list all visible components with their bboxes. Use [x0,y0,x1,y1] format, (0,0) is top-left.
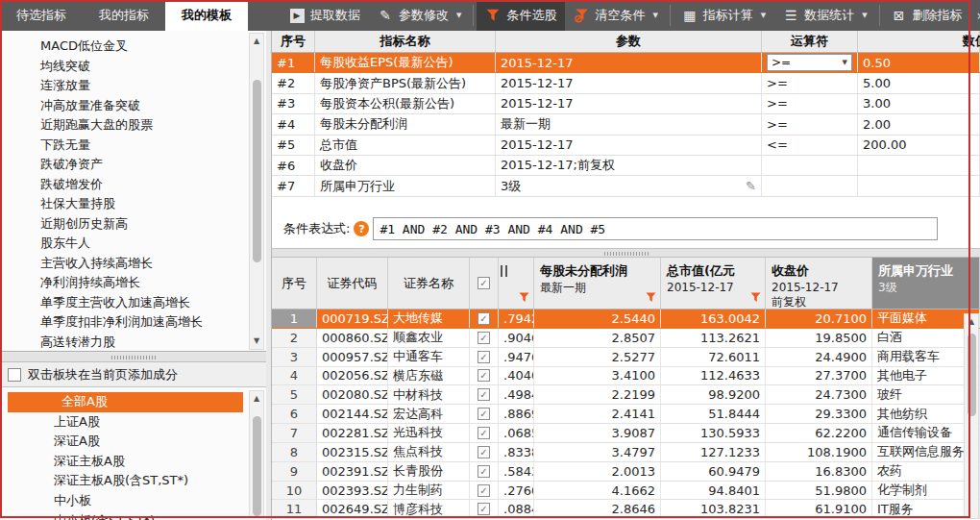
criteria-param[interactable]: 2015-12-17 [496,53,762,72]
criteria-operator[interactable]: >= [762,94,858,113]
toolbar-button-清空条件[interactable]: 清空条件▼ [565,0,666,31]
tab-待选指标[interactable]: 待选指标 [0,0,83,31]
splitter-handle[interactable] [111,356,156,359]
row-checkbox[interactable]: ✓ [478,446,490,458]
template-item[interactable]: 单季度主营收入加速高增长 [0,293,266,313]
scroll-down-icon[interactable]: ▼ [250,334,263,348]
scroll-up-icon[interactable]: ▲ [250,392,263,406]
scroll-up-icon[interactable]: ▲ [250,35,263,48]
criteria-value[interactable]: 200.00 [858,136,980,155]
criteria-row[interactable]: #6收盘价2015-12-17;前复权 [272,156,980,176]
toolbar-button-参数修改[interactable]: ✎参数修改▼ [369,0,470,31]
board-item[interactable]: 深证A股 [0,432,266,452]
chevron-down-icon[interactable]: ▼ [456,12,461,19]
row-checkbox[interactable]: ✓ [478,388,490,401]
toolbar-button-删除指标[interactable]: ⊠删除指标 [883,0,971,31]
template-item[interactable]: 净利润持续高增长 [0,273,266,293]
template-item[interactable]: MACD低位金叉 [0,37,266,57]
criteria-value[interactable] [858,156,980,175]
template-list-scrollbar[interactable]: ▲ ▼ [249,33,264,350]
template-item[interactable]: 主营收入持续高增长 [0,254,266,274]
criteria-param[interactable]: 2015-12-17 [496,73,762,92]
criteria-operator[interactable] [762,156,858,175]
result-row[interactable]: 3000957.SZ中通客车✓.94762.527772.601124.4900… [272,348,980,367]
criteria-param[interactable]: 最新一期 [496,114,762,134]
chevron-down-icon[interactable]: ▼ [652,12,657,19]
row-checkbox[interactable]: ✓ [478,351,490,363]
scrollbar-thumb[interactable] [253,80,261,262]
criteria-value[interactable] [858,176,980,195]
board-item[interactable]: 深证主板A股(含ST,ST*) [0,471,266,491]
toolbar-button-指标计算[interactable]: ▦指标计算▼ [674,0,774,31]
criteria-row[interactable]: #1每股收益EPS(最新公告)2015-12-17>=▼0.50 [272,53,980,73]
toolbar-button-提取数据[interactable]: ▶提取数据 [281,0,369,31]
template-item[interactable]: 近期创历史新高 [0,214,266,235]
expression-input[interactable] [373,217,938,240]
board-item[interactable]: 深证主板A股 [0,452,266,472]
template-item[interactable]: 跌破增发价 [0,175,266,195]
criteria-value[interactable]: 3.00 [858,94,980,113]
row-checkbox[interactable]: ✓ [478,427,490,439]
filter-funnel-icon[interactable] [646,291,656,306]
select-all-checkbox[interactable]: ✓ [478,277,490,289]
toolbar-overflow-icon[interactable]: » [977,8,980,23]
board-item[interactable]: 中小板 [0,491,266,511]
chevron-down-icon[interactable]: ▼ [862,12,867,19]
board-item[interactable]: 全部A股 [8,392,243,412]
filter-funnel-icon[interactable] [519,291,529,306]
toolbar-button-条件选股[interactable]: 条件选股 [477,0,565,31]
row-checkbox[interactable]: ✓ [478,484,490,497]
template-item[interactable]: 高送转潜力股 [0,333,266,353]
board-list-scrollbar[interactable]: ▲ [249,390,264,518]
result-row[interactable]: 6002144.SZ宏达高科✓.88692.414151.844429.3300… [272,405,980,424]
criteria-row[interactable]: #2每股净资产BPS(最新公告)2015-12-17>=5.00 [272,73,980,93]
criteria-row[interactable]: #4每股未分配利润最新一期>=2.00 [272,114,980,135]
row-checkbox[interactable]: ✓ [478,503,490,515]
template-item[interactable]: 股东牛人 [0,234,266,254]
criteria-param[interactable]: 2015-12-17 [496,136,762,155]
splitter-handle[interactable] [604,252,649,256]
scrollbar-thumb[interactable] [968,334,976,416]
chevron-down-icon[interactable]: ▼ [843,59,847,66]
result-row[interactable]: 2000860.SZ顺鑫农业✓.90462.8507113.262119.850… [272,329,980,348]
results-scrollbar[interactable]: ▲ [964,313,979,519]
scroll-up-icon[interactable]: ▲ [965,315,978,329]
criteria-row[interactable]: #3每股资本公积(最新公告)2015-12-17>=3.00 [272,94,980,114]
scrollbar-thumb[interactable] [253,416,261,516]
result-row[interactable]: 5002080.SZ中材科技✓.49842.219998.920024.7300… [272,385,980,405]
row-checkbox[interactable]: ✓ [478,332,490,344]
result-row[interactable]: 1000719.SZ大地传媒✓.79422.5440163.004220.710… [272,310,980,329]
board-item[interactable]: 中小板(含ST,ST*) [0,511,266,520]
criteria-param[interactable]: 2015-12-17 [496,94,762,113]
row-checkbox[interactable]: ✓ [478,465,490,478]
template-item[interactable]: 均线突破 [0,57,266,77]
help-icon[interactable]: ? [354,221,369,236]
criteria-row[interactable]: #5总市值2015-12-17<=200.00 [272,136,980,156]
tab-我的指标[interactable]: 我的指标 [83,0,165,31]
chevron-down-icon[interactable]: ▼ [761,12,766,19]
edit-pencil-icon[interactable]: ✎ [746,179,756,193]
template-item[interactable]: 单季度扣非净利润加速高增长 [0,312,266,333]
criteria-value[interactable]: 2.00 [858,114,980,134]
row-checkbox[interactable]: ✓ [478,369,490,382]
result-row[interactable]: 10002393.SZ力生制药✓.27604.166294.840151.980… [272,482,980,501]
criteria-operator[interactable]: >= [762,73,858,92]
board-item[interactable]: 上证A股 [0,412,266,433]
tab-我的模板[interactable]: 我的模板 [165,0,248,31]
template-item[interactable]: 下跌无量 [0,136,266,156]
result-row[interactable]: 8002315.SZ焦点科技✓.83383.4797127.1233108.19… [272,443,980,462]
criteria-operator[interactable] [762,176,858,195]
template-item[interactable]: 跌破净资产 [0,155,266,175]
row-checkbox[interactable]: ✓ [478,408,490,420]
criteria-param[interactable]: 2015-12-17;前复权 [496,156,762,175]
sidebar-splitter[interactable] [0,353,266,362]
operator-select[interactable]: >=▼ [767,54,852,71]
criteria-operator[interactable]: <= [762,136,858,155]
result-row[interactable]: 4002056.SZ横店东磁✓.40403.4100112.463327.370… [272,367,980,386]
criteria-operator[interactable]: >=▼ [762,53,858,72]
template-item[interactable]: 冲高放量准备突破 [0,96,266,116]
template-item[interactable]: 近期跑赢大盘的股票 [0,115,266,136]
add-component-checkbox[interactable] [8,368,21,382]
toolbar-button-数据统计[interactable]: ☰数据统计▼ [774,0,875,31]
template-item[interactable]: 社保大量持股 [0,194,266,214]
